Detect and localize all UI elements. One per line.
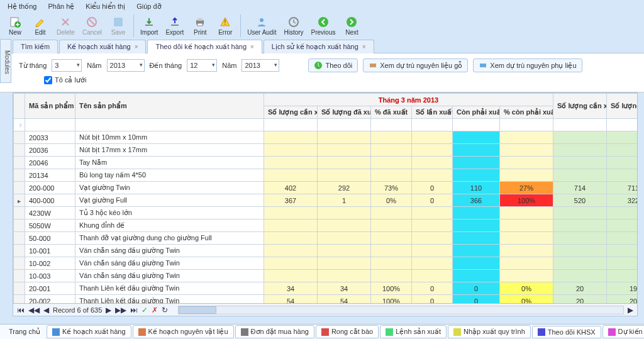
import-icon xyxy=(143,16,155,28)
from-month-select[interactable]: 3▾ xyxy=(52,59,82,72)
main-tab[interactable]: Lịch sử kế hoạch xuất hàng× xyxy=(264,40,374,53)
bottom-tab[interactable]: Rong cắt bào xyxy=(316,325,379,338)
export-button[interactable]: Export xyxy=(162,14,187,37)
edit-button[interactable]: Edit xyxy=(28,14,53,37)
col-done[interactable]: Số lượng đã xuất xyxy=(318,106,371,119)
table-row[interactable]: 10-003Ván chắn sáng đầu giường Twin xyxy=(14,270,638,282)
main-tab[interactable]: Theo dõi kế hoạch xuất hàng× xyxy=(147,40,262,53)
table-row[interactable]: 200-000Vạt giường Twin40229273%011027%71… xyxy=(14,182,638,194)
table-row[interactable]: 5050WKhung đỉnh đế xyxy=(14,220,638,232)
close-icon[interactable]: × xyxy=(250,43,254,50)
pager: ⏮ ◀◀ ◀ Record 6 of 635 ▶ ▶▶ ⏭ ✓ ✗ ↻ ▶ xyxy=(13,303,637,316)
filter-code[interactable] xyxy=(25,119,75,131)
table-row[interactable]: 20134Bù long tay nấm 4*50 xyxy=(14,169,638,182)
import-button[interactable]: Import xyxy=(136,14,162,37)
user-audit-button[interactable]: User Audit xyxy=(243,14,280,37)
hscroll-right[interactable]: ▶ xyxy=(628,306,633,314)
edit-icon xyxy=(34,16,47,28)
from-month-label: Từ tháng xyxy=(19,62,47,70)
toolbar: New Edit Delete Cancel Save Import Expor… xyxy=(0,13,644,38)
bottom-tab[interactable]: Theo dõi KHSX xyxy=(532,326,601,338)
new-button[interactable]: New xyxy=(3,14,28,37)
bottom-tab[interactable]: Trang chủ xyxy=(4,326,45,338)
pager-nextpage[interactable]: ▶▶ xyxy=(115,306,126,314)
history-icon xyxy=(287,16,300,28)
filter-name[interactable] xyxy=(75,119,264,131)
print-icon xyxy=(194,16,206,28)
modules-side-tab[interactable]: Modules xyxy=(0,39,11,83)
menu-item[interactable]: Phân hệ xyxy=(48,3,74,11)
to-year-select[interactable]: 2013▾ xyxy=(242,59,279,72)
user-audit-icon xyxy=(255,16,268,28)
menu-item[interactable]: Hệ thống xyxy=(8,3,36,11)
menu-bar: Hệ thống Phân hệ Kiểu hiển thị Giúp đỡ xyxy=(0,0,644,13)
main-tab[interactable]: Kế hoạch xuất hàng× xyxy=(59,40,146,53)
aux-material-button[interactable]: Xem dự trù nguyên phụ liệu xyxy=(473,58,582,72)
to-month-label: Đến tháng xyxy=(150,62,182,70)
pager-refresh[interactable]: ↻ xyxy=(162,306,168,314)
col-pct[interactable]: % đã xuất xyxy=(371,106,412,119)
error-icon: ! xyxy=(219,16,231,28)
save-button[interactable]: Save xyxy=(106,14,131,37)
next-icon xyxy=(345,16,358,28)
col-need[interactable]: Số lượng cần xuất xyxy=(264,106,318,119)
bottom-tab[interactable]: Kế hoạch xuất hàng xyxy=(47,325,131,338)
col-done2[interactable]: Số lượng đã xuất xyxy=(607,94,638,119)
from-year-select[interactable]: 2013▾ xyxy=(107,59,145,72)
svg-rect-8 xyxy=(197,23,203,26)
table-row[interactable]: 20033Nút bịt 10mm x 10mm xyxy=(14,131,638,144)
horizontal-scrollbar[interactable] xyxy=(178,306,624,314)
error-button[interactable]: !Error xyxy=(213,14,238,37)
table-row[interactable]: 4230WTủ 3 hộc kéo lớn xyxy=(14,207,638,220)
main-tab[interactable]: Tìm kiếm xyxy=(13,40,58,53)
menu-item[interactable]: Giúp đỡ xyxy=(136,3,161,11)
bottom-tab[interactable]: Kế hoạch nguyên vật liệu xyxy=(133,325,234,338)
delete-button[interactable]: Delete xyxy=(53,14,79,37)
table-row[interactable]: 10-001Ván chắn sáng đầu giường Twin xyxy=(14,245,638,257)
col-remain[interactable]: Còn phải xuất xyxy=(453,106,500,119)
tab-icon xyxy=(453,328,461,336)
svg-rect-15 xyxy=(370,64,376,67)
bottom-tab[interactable]: Lệnh sản xuất xyxy=(380,325,447,338)
col-code[interactable]: Mã sản phẩm xyxy=(25,94,75,119)
print-button[interactable]: Print xyxy=(187,14,213,37)
export-icon xyxy=(169,16,181,28)
col-pctremain[interactable]: % còn phải xuất xyxy=(500,106,553,119)
table-row[interactable]: 400-000Vạt giường Full36710%0366100%5203… xyxy=(14,194,638,207)
fill-grid-checkbox[interactable]: Tô cả lưới xyxy=(44,76,86,84)
bottom-tab[interactable]: Đơn đặt mua hàng xyxy=(235,325,314,338)
svg-text:!: ! xyxy=(225,19,226,26)
previous-button[interactable]: Previous xyxy=(308,14,340,37)
bottom-tab[interactable]: Dự kiến đặt hàng xyxy=(602,325,644,338)
wood-material-button[interactable]: Xem dự trù nguyên liệu gỗ xyxy=(363,58,468,72)
col-need2[interactable]: Số lượng cần xuất xyxy=(553,94,607,119)
table-row[interactable]: 20-001Thanh Liên kết đầu giường Twin3434… xyxy=(14,282,638,295)
bottom-tabs: Trang chủKế hoạch xuất hàngKế hoạch nguy… xyxy=(0,324,644,339)
bottom-tab[interactable]: Nhập xuất quy trình xyxy=(448,325,531,338)
svg-rect-7 xyxy=(197,18,203,21)
to-month-select[interactable]: 12▾ xyxy=(187,59,217,72)
pager-prev[interactable]: ◀ xyxy=(43,306,49,314)
table-row[interactable]: 10-002Ván chắn sáng đầu giường Twin xyxy=(14,257,638,270)
follow-button[interactable]: Theo dõi xyxy=(308,58,358,72)
table-row[interactable]: 20046Tay Nắm xyxy=(14,157,638,169)
col-name[interactable]: Tên sản phẩm xyxy=(75,94,264,119)
filter-row-icon[interactable]: ♀ xyxy=(14,119,25,131)
history-button[interactable]: History xyxy=(280,14,307,37)
table-row[interactable]: 20036Nút bịt 17mm x 17mm xyxy=(14,144,638,157)
col-times[interactable]: Số lần xuất xyxy=(412,106,453,119)
table-row[interactable]: 50-000Thanh đỡ vạt giường dung cho giườn… xyxy=(14,232,638,245)
pager-commit[interactable]: ✓ xyxy=(142,306,148,314)
pager-first[interactable]: ⏮ xyxy=(17,306,25,314)
pager-next[interactable]: ▶ xyxy=(106,306,111,314)
tab-icon xyxy=(386,328,393,336)
close-icon[interactable]: × xyxy=(135,43,138,50)
close-icon[interactable]: × xyxy=(362,43,366,50)
pager-last[interactable]: ⏭ xyxy=(130,306,138,314)
next-button[interactable]: Next xyxy=(339,14,364,37)
menu-item[interactable]: Kiểu hiển thị xyxy=(86,3,125,11)
pager-prevpage[interactable]: ◀◀ xyxy=(28,306,40,314)
pager-cancel[interactable]: ✗ xyxy=(152,306,158,314)
cancel-button[interactable]: Cancel xyxy=(79,14,106,37)
delete-icon xyxy=(59,16,72,28)
